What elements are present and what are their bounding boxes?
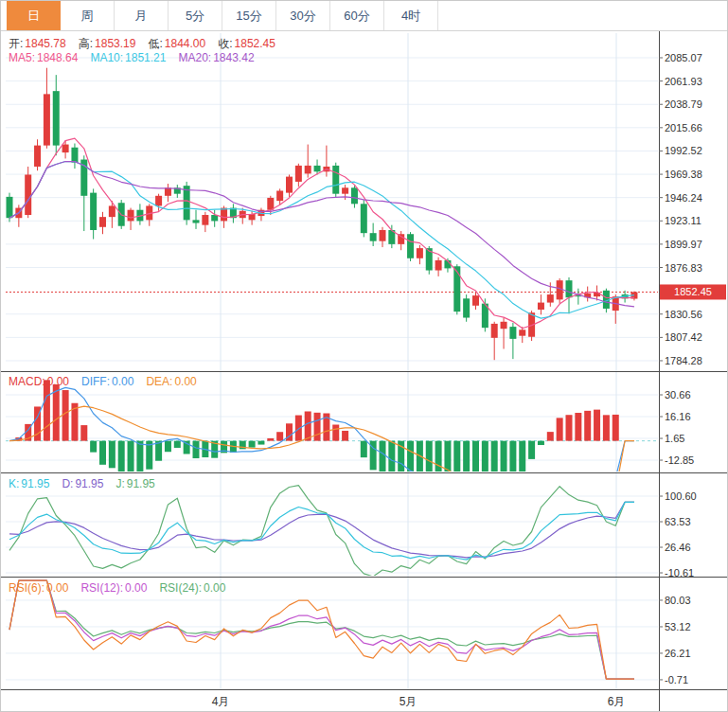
candle bbox=[342, 187, 348, 193]
candle bbox=[538, 303, 544, 310]
y-axis-tick: 53.12 bbox=[665, 621, 691, 632]
y-axis-tick: 2085.07 bbox=[665, 52, 702, 63]
y-axis-tick: 100.60 bbox=[665, 490, 697, 502]
candle bbox=[435, 260, 442, 271]
candle bbox=[501, 322, 507, 329]
candle bbox=[7, 197, 13, 218]
candle bbox=[417, 248, 423, 258]
candle bbox=[62, 145, 69, 153]
y-axis-tick: 2038.79 bbox=[665, 98, 702, 110]
tab-5分[interactable]: 5分 bbox=[169, 1, 222, 30]
y-axis-tick: -10.61 bbox=[665, 567, 694, 578]
tab-周[interactable]: 周 bbox=[61, 1, 115, 30]
y-axis-tick: 2061.93 bbox=[665, 76, 702, 87]
tab-15分[interactable]: 15分 bbox=[222, 1, 276, 30]
candle bbox=[34, 146, 41, 167]
candle bbox=[109, 205, 115, 217]
tab-4时[interactable]: 4时 bbox=[384, 1, 438, 30]
y-axis-tick: 16.16 bbox=[665, 411, 691, 422]
candle bbox=[193, 220, 200, 222]
candle bbox=[267, 198, 274, 210]
y-axis-tick: 26.21 bbox=[665, 648, 691, 659]
candle bbox=[165, 187, 171, 196]
candle bbox=[25, 174, 31, 215]
candle bbox=[276, 190, 283, 201]
candle bbox=[211, 215, 218, 221]
candle bbox=[99, 217, 106, 227]
candle bbox=[351, 187, 358, 204]
tab-月[interactable]: 月 bbox=[115, 1, 169, 30]
candle bbox=[295, 166, 302, 182]
y-axis-tick: 30.66 bbox=[665, 389, 691, 400]
y-axis-tick: 26.46 bbox=[665, 542, 691, 553]
chart-widget: 日周月5分15分30分60分4时 2085.072061.932038.7920… bbox=[0, 0, 728, 712]
y-axis-tick: 1807.42 bbox=[665, 331, 702, 343]
candle bbox=[314, 166, 321, 171]
candle bbox=[53, 91, 60, 145]
candle bbox=[71, 148, 78, 163]
candle bbox=[128, 210, 134, 222]
y-axis-tick: 1969.38 bbox=[665, 169, 702, 180]
y-axis-tick: 1946.24 bbox=[665, 192, 702, 204]
x-axis-label: 4月 bbox=[212, 695, 230, 708]
candle bbox=[370, 233, 377, 241]
y-axis-tick: 1784.28 bbox=[665, 355, 702, 366]
candle bbox=[519, 329, 525, 335]
candle bbox=[566, 280, 573, 297]
candle bbox=[407, 234, 414, 258]
candle bbox=[202, 215, 208, 225]
candle bbox=[453, 266, 460, 312]
candle bbox=[547, 294, 554, 303]
candle bbox=[286, 177, 293, 193]
y-axis-tick: 80.03 bbox=[665, 595, 691, 606]
y-axis-tick: 1899.97 bbox=[665, 239, 702, 250]
current-price-value: 1852.45 bbox=[674, 286, 712, 297]
candle bbox=[463, 298, 470, 317]
y-axis-tick: 2015.66 bbox=[665, 122, 702, 134]
chart-area: 2085.072061.932038.792015.661992.521969.… bbox=[1, 31, 727, 711]
candle bbox=[361, 204, 367, 233]
candle bbox=[155, 196, 162, 206]
y-axis-tick: 1992.52 bbox=[665, 145, 702, 156]
candle bbox=[332, 166, 339, 194]
candle bbox=[305, 166, 311, 174]
candle bbox=[221, 208, 227, 222]
tab-30分[interactable]: 30分 bbox=[276, 1, 330, 30]
candle bbox=[557, 280, 563, 299]
x-axis-label: 5月 bbox=[400, 695, 417, 708]
y-axis-tick: 63.53 bbox=[665, 516, 691, 527]
candle bbox=[491, 324, 498, 338]
tab-bar: 日周月5分15分30分60分4时 bbox=[1, 1, 727, 31]
tab-60分[interactable]: 60分 bbox=[330, 1, 384, 30]
y-axis-tick: 1923.11 bbox=[665, 215, 701, 226]
chart-canvas[interactable]: 2085.072061.932038.792015.661992.521969.… bbox=[1, 31, 727, 711]
candle bbox=[184, 186, 190, 220]
y-axis-tick: 1876.83 bbox=[665, 262, 702, 274]
candle bbox=[380, 230, 386, 241]
y-axis-tick: -0.71 bbox=[665, 674, 688, 685]
tab-日[interactable]: 日 bbox=[7, 1, 61, 30]
candle bbox=[90, 193, 97, 230]
candle bbox=[472, 295, 479, 306]
candle bbox=[44, 94, 50, 145]
y-axis-tick: 1.65 bbox=[665, 433, 684, 444]
y-axis-tick: 1830.56 bbox=[665, 309, 702, 320]
candle bbox=[509, 327, 516, 339]
x-axis-label: 6月 bbox=[608, 695, 626, 708]
y-axis-tick: -12.85 bbox=[665, 454, 694, 466]
